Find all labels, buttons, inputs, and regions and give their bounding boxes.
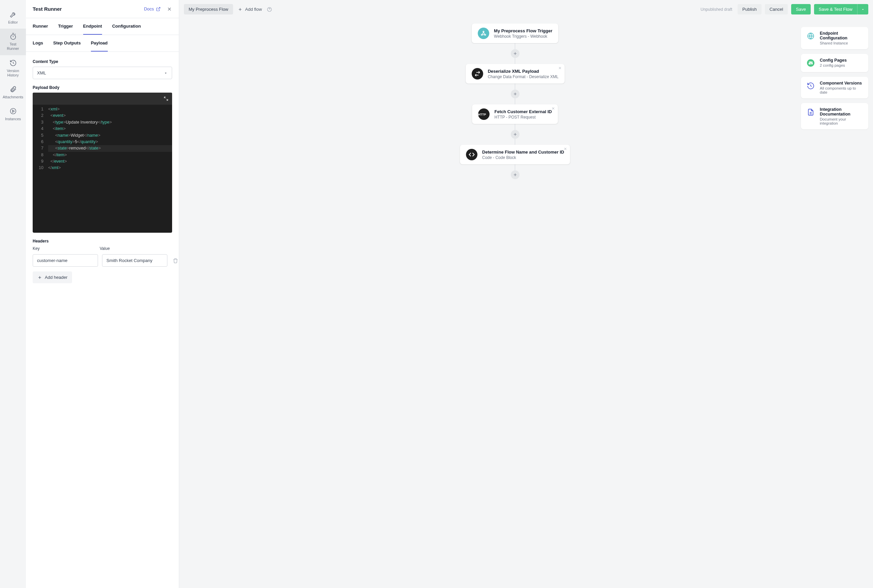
add-flow-button[interactable]: Add flow <box>238 7 262 12</box>
close-icon <box>551 106 555 111</box>
node-title: Fetch Customer External ID <box>494 109 552 114</box>
draft-status: Unpublished draft <box>700 7 732 12</box>
nav-editor[interactable]: Editor <box>0 7 26 28</box>
flow-node[interactable]: Deserialize XML PayloadChange Data Forma… <box>465 64 564 84</box>
play-circle-icon <box>9 107 17 115</box>
flow-node[interactable]: My Preprocess Flow TriggerWebhook Trigge… <box>472 24 558 43</box>
info-card[interactable]: Component VersionsAll components up to d… <box>801 77 868 98</box>
node-subtitle: Change Data Format - Deserialize XML <box>488 74 558 79</box>
payload-body-label: Payload Body <box>33 85 172 90</box>
key-column-label: Key <box>33 246 96 251</box>
flow-node[interactable]: HTTPFetch Customer External IDHTTP - POS… <box>472 104 558 124</box>
remove-step-button[interactable] <box>551 106 555 111</box>
docs-link[interactable]: Docs <box>144 6 160 12</box>
nav-label: Test Runner <box>7 42 19 51</box>
plus-icon <box>513 92 518 96</box>
remove-step-button[interactable] <box>564 147 567 151</box>
info-card-subtitle: All components up to date <box>820 86 864 94</box>
left-nav: Editor Test Runner Version History Attac… <box>0 0 26 588</box>
close-icon <box>564 147 567 151</box>
help-circle-icon <box>267 7 272 12</box>
flow-name-chip[interactable]: My Preprocess Flow <box>184 4 233 15</box>
tab-runner[interactable]: Runner <box>33 18 48 34</box>
info-cards: Endpoint ConfigurationShared InstanceCon… <box>801 27 868 129</box>
flow-canvas[interactable]: My Preprocess Flow Add flow Unpublished … <box>179 0 873 588</box>
delete-header-button[interactable] <box>171 256 179 265</box>
plus-icon <box>38 275 42 280</box>
expand-icon <box>164 96 169 101</box>
expand-editor-button[interactable] <box>164 96 169 101</box>
header-value-input[interactable] <box>102 254 167 267</box>
save-test-flow-button[interactable]: Save & Test Flow <box>814 4 868 15</box>
add-header-button[interactable]: Add header <box>33 272 72 283</box>
svg-point-3 <box>481 34 482 35</box>
chevron-down-icon <box>164 71 168 75</box>
svg-point-4 <box>484 34 486 35</box>
node-title: Determine Flow Name and Customer ID <box>482 150 564 154</box>
wrench-icon <box>9 11 17 18</box>
plus-icon <box>513 132 518 137</box>
sub-tabs: LogsStep OutputsPayload <box>26 35 179 52</box>
line-gutter: 12345678910 <box>33 106 48 231</box>
nav-label: Instances <box>5 117 21 121</box>
flow-node[interactable]: Determine Flow Name and Customer IDCode … <box>460 145 570 164</box>
plus-icon <box>238 7 243 12</box>
tab-configuration[interactable]: Configuration <box>112 18 141 34</box>
trash-icon <box>173 258 178 263</box>
code-area[interactable]: 12345678910 <xml> <event> <type>Update I… <box>33 105 172 233</box>
nav-label: Version History <box>7 69 19 78</box>
close-panel-button[interactable] <box>167 6 172 12</box>
nav-instances[interactable]: Instances <box>0 104 26 125</box>
tab-endpoint[interactable]: Endpoint <box>83 18 102 34</box>
node-title: Deserialize XML Payload <box>488 69 558 74</box>
close-icon <box>558 66 562 70</box>
content-type-label: Content Type <box>33 59 172 64</box>
info-card-title: Config Pages <box>820 58 847 63</box>
content-type-select[interactable]: XML <box>33 67 172 79</box>
add-step-button[interactable] <box>511 90 519 98</box>
plus-icon <box>513 172 518 177</box>
subtab-logs[interactable]: Logs <box>33 35 43 51</box>
header-row <box>33 254 172 267</box>
add-step-button[interactable] <box>511 49 519 58</box>
history-icon <box>9 59 17 67</box>
cancel-button[interactable]: Cancel <box>765 4 788 15</box>
subtab-step-outputs[interactable]: Step Outputs <box>53 35 81 51</box>
code-lines: <xml> <event> <type>Update Inventory</ty… <box>48 106 172 231</box>
paperclip-icon <box>9 86 17 93</box>
panel-body: Content Type XML Payload Body 1234567891… <box>26 52 179 588</box>
info-card[interactable]: Config Pages2 config pages <box>801 54 868 72</box>
doc-icon <box>806 107 816 117</box>
nav-test-runner[interactable]: Test Runner <box>0 28 26 55</box>
save-test-label: Save & Test Flow <box>814 4 857 15</box>
info-card[interactable]: Endpoint ConfigurationShared Instance <box>801 27 868 49</box>
nav-label: Attachments <box>3 95 23 99</box>
code-icon <box>466 149 478 160</box>
nav-attachments[interactable]: Attachments <box>0 81 26 104</box>
save-button[interactable]: Save <box>791 4 811 15</box>
subtab-payload[interactable]: Payload <box>91 35 108 51</box>
node-subtitle: HTTP - POST Request <box>494 115 552 120</box>
svg-point-5 <box>483 31 484 32</box>
header-key-input[interactable] <box>33 254 98 267</box>
node-subtitle: Webhook Triggers - Webhook <box>494 34 552 39</box>
publish-button[interactable]: Publish <box>738 4 762 15</box>
info-card[interactable]: Integration DocumentationDocument your i… <box>801 103 868 129</box>
add-step-button[interactable] <box>511 130 519 139</box>
remove-step-button[interactable] <box>558 66 562 70</box>
docs-label: Docs <box>144 6 154 12</box>
webhook-icon <box>478 28 489 39</box>
panel-title: Test Runner <box>33 6 62 12</box>
add-step-button[interactable] <box>511 170 519 179</box>
code-toolbar <box>33 93 172 105</box>
payload-code-editor[interactable]: 12345678910 <xml> <event> <type>Update I… <box>33 93 172 233</box>
content-type-value: XML <box>37 70 46 75</box>
http-icon: HTTP <box>478 108 490 120</box>
help-button[interactable] <box>267 7 272 12</box>
tab-trigger[interactable]: Trigger <box>58 18 73 34</box>
panel-header: Test Runner Docs <box>26 0 179 18</box>
nav-version-history[interactable]: Version History <box>0 55 26 81</box>
save-test-dropdown[interactable] <box>857 4 868 15</box>
svg-point-11 <box>812 63 813 64</box>
close-icon <box>167 6 172 12</box>
